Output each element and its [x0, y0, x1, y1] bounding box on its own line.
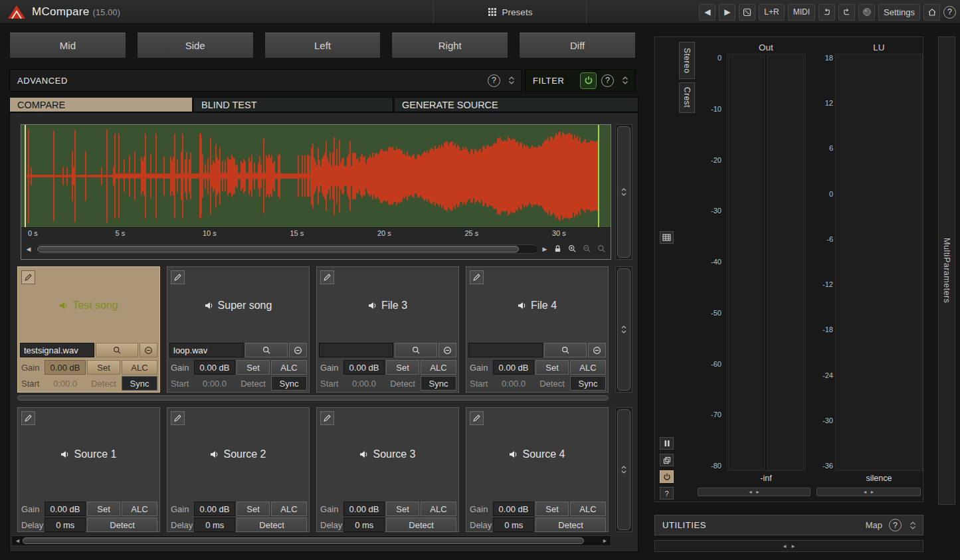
sync-button[interactable]: Sync [421, 376, 456, 391]
scroll-left-button[interactable]: ◀ [25, 246, 33, 252]
delay-value[interactable]: 0 ms [343, 517, 385, 532]
utilities-collapse-button[interactable] [908, 521, 917, 530]
start-value[interactable]: 0:00.0 [343, 376, 385, 391]
browse-button[interactable] [245, 343, 288, 357]
zoom-in-button[interactable] [566, 243, 578, 255]
delay-value[interactable]: 0 ms [194, 517, 235, 532]
meter-help-button[interactable]: ? [660, 487, 674, 500]
popout-button[interactable] [660, 454, 674, 466]
file-slot-title[interactable]: Test song [18, 272, 159, 339]
advanced-bar[interactable]: ADVANCED ? [9, 69, 522, 92]
home-button[interactable] [923, 4, 940, 21]
undo-button[interactable] [818, 4, 835, 21]
detect-button[interactable]: Detect [237, 517, 307, 532]
scroll-thumb[interactable] [23, 537, 584, 544]
delay-value[interactable]: 0 ms [45, 517, 86, 532]
browse-button[interactable] [544, 343, 587, 357]
zoom-reset-button[interactable] [595, 243, 607, 255]
advanced-collapse-button[interactable] [507, 76, 516, 85]
sources-vertical-scrollbar[interactable] [615, 407, 632, 532]
gain-value[interactable]: 0.00 dB [493, 502, 534, 516]
browse-button[interactable] [395, 343, 437, 357]
source-slot-title[interactable]: Source 4 [466, 412, 608, 497]
channel-side-button[interactable]: Side [137, 32, 254, 58]
alc-button[interactable]: ALC [421, 360, 456, 375]
alc-button[interactable]: ALC [570, 502, 606, 516]
filter-help-button[interactable]: ? [601, 74, 614, 87]
detect-button[interactable]: Detect [535, 517, 606, 532]
meter-settings-button[interactable] [660, 231, 674, 244]
source-slot-3[interactable]: Source 3 Gain 0.00 dB Set ALC Delay 0 ms… [316, 407, 459, 532]
detect-button[interactable]: Detect [386, 517, 456, 532]
tab-blind-test[interactable]: BLIND TEST [193, 97, 393, 112]
gain-set-button[interactable]: Set [87, 502, 120, 516]
sync-button[interactable]: Sync [570, 376, 606, 391]
zoom-lock-button[interactable] [551, 243, 563, 255]
filter-bar[interactable]: FILTER ? [525, 69, 636, 92]
utilities-scrollbar[interactable]: ◄ ► [654, 540, 923, 552]
main-horizontal-scrollbar[interactable]: ◄ ► [11, 535, 611, 546]
source-slot-1[interactable]: Source 1 Gain 0.00 dB Set ALC Delay 0 ms… [17, 407, 160, 532]
file-slot-title[interactable]: File 3 [317, 272, 458, 339]
out-meter-scrollbar[interactable]: ◄► [698, 488, 811, 496]
settings-button[interactable]: Settings [878, 4, 920, 21]
start-value[interactable]: 0:00.0 [194, 376, 235, 391]
source-slot-title[interactable]: Source 1 [18, 412, 159, 497]
detect-button[interactable]: Detect [386, 376, 419, 391]
filter-power-button[interactable] [580, 72, 597, 89]
filter-collapse-button[interactable] [621, 76, 630, 85]
gain-set-button[interactable]: Set [87, 360, 120, 375]
help-button[interactable]: ? [943, 6, 956, 19]
lr-mode-button[interactable]: L+R [759, 4, 784, 21]
scroll-thumb[interactable] [37, 246, 519, 252]
waveform-area[interactable] [21, 125, 611, 228]
sync-button[interactable]: Sync [271, 376, 307, 391]
gain-value[interactable]: 0.00 dB [343, 502, 385, 516]
filename-input[interactable] [468, 343, 543, 357]
file-slot-1[interactable]: Test song Gain 0.00 dB Set ALC Start 0:0… [17, 266, 160, 393]
delay-value[interactable]: 0 ms [493, 517, 534, 532]
source-slot-2[interactable]: Source 2 Gain 0.00 dB Set ALC Delay 0 ms… [167, 407, 310, 532]
remove-file-button[interactable] [289, 343, 307, 357]
lu-meter[interactable] [835, 54, 923, 471]
detect-button[interactable]: Detect [535, 376, 569, 391]
meter-power-button[interactable] [660, 470, 674, 483]
presets-button[interactable]: Presets [433, 0, 587, 24]
gain-set-button[interactable]: Set [535, 360, 569, 375]
waveform-canvas[interactable] [27, 126, 598, 226]
channel-left-button[interactable]: Left [264, 32, 381, 58]
random-preset-button[interactable] [739, 4, 755, 21]
prev-preset-button[interactable]: ◀ [699, 4, 716, 21]
gain-value[interactable]: 0.00 dB [194, 360, 235, 375]
file-slot-3[interactable]: File 3 Gain 0.00 dB Set ALC Start 0:00.0… [316, 266, 459, 393]
remove-file-button[interactable] [588, 343, 606, 357]
multiparameters-rail[interactable]: MultiParameters [938, 37, 955, 505]
alc-button[interactable]: ALC [421, 502, 456, 516]
files-vertical-scrollbar[interactable] [615, 266, 632, 393]
gain-value[interactable]: 0.00 dB [45, 502, 86, 516]
lu-meter-scrollbar[interactable]: ◄► [816, 488, 921, 496]
file-slot-4[interactable]: File 4 Gain 0.00 dB Set ALC Start 0:00.0… [466, 266, 609, 393]
filename-input[interactable] [169, 343, 244, 357]
waveform-vertical-scrollbar[interactable] [615, 124, 632, 260]
scroll-right-button[interactable]: ► [602, 537, 608, 544]
pause-button[interactable] [660, 437, 674, 450]
alc-button[interactable]: ALC [122, 360, 157, 375]
scroll-left-button[interactable]: ◄ [15, 537, 21, 544]
channel-mid-button[interactable]: Mid [9, 32, 126, 58]
source-slot-title[interactable]: Source 3 [317, 412, 458, 497]
map-button[interactable]: Map [866, 520, 882, 530]
files-horizontal-scrollbar[interactable] [17, 395, 609, 401]
gain-set-button[interactable]: Set [386, 360, 419, 375]
gain-value[interactable]: 0.00 dB [194, 502, 235, 516]
source-slot-4[interactable]: Source 4 Gain 0.00 dB Set ALC Delay 0 ms… [466, 407, 609, 532]
detect-button[interactable]: Detect [87, 517, 157, 532]
detect-button[interactable]: Detect [87, 376, 120, 391]
start-value[interactable]: 0:00.0 [493, 376, 534, 391]
zoom-out-button[interactable] [581, 243, 593, 255]
file-slot-title[interactable]: File 4 [466, 272, 608, 339]
start-value[interactable]: 0:00.0 [45, 376, 86, 391]
source-slot-title[interactable]: Source 2 [167, 412, 309, 497]
filename-input[interactable] [20, 343, 94, 357]
gain-value[interactable]: 0.00 dB [45, 360, 86, 375]
